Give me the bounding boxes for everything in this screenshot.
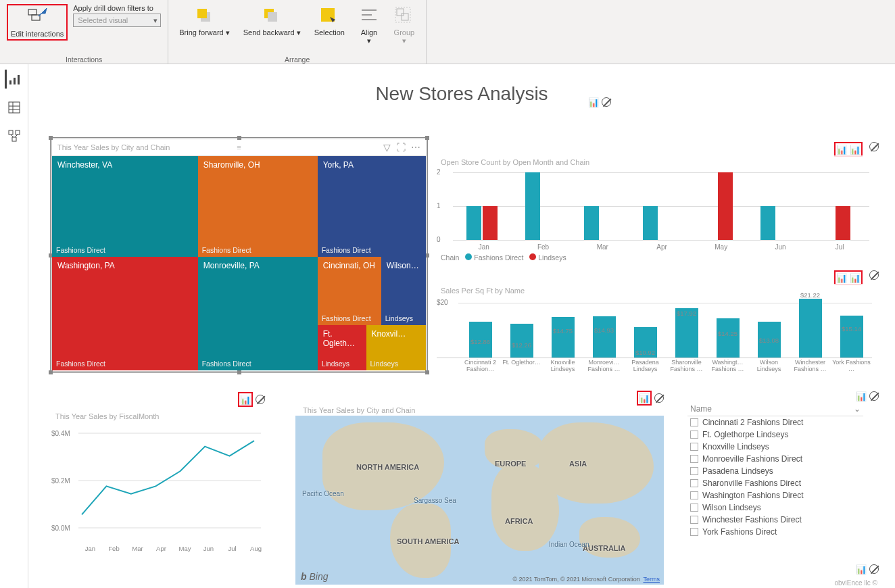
slicer-item[interactable]: Pasadena Lindseys <box>687 465 863 477</box>
terms-link[interactable]: Terms <box>644 576 660 583</box>
checkbox[interactable] <box>690 431 698 439</box>
filter-interaction-icon[interactable]: 📊 <box>588 97 599 107</box>
x-tick: Mar <box>126 545 149 552</box>
filter-interaction-icon[interactable]: 📊 <box>639 393 650 403</box>
slicer-item-label: York Fashions Direct <box>702 527 777 537</box>
no-interaction-icon[interactable] <box>869 142 879 151</box>
checkbox[interactable] <box>690 443 698 451</box>
report-view-button[interactable] <box>5 70 24 89</box>
align-button[interactable]: Align▾ <box>354 4 384 46</box>
arrange-group-label: Arrange <box>168 55 426 64</box>
y-tick: $20 <box>437 299 448 306</box>
bar[interactable] <box>593 316 616 358</box>
report-canvas: New Stores Analysis 📊 This Year Sales by… <box>28 64 895 588</box>
bar[interactable] <box>718 172 733 240</box>
checkbox[interactable] <box>690 504 698 512</box>
edit-interactions-button[interactable]: Edit interactions <box>7 4 68 41</box>
slicer-item[interactable]: Monroeville Fashions Direct <box>687 453 863 465</box>
group-button[interactable]: Group▾ <box>389 4 419 46</box>
bar[interactable] <box>717 318 740 358</box>
slicer-item[interactable]: Ft. Oglethorpe Lindseys <box>687 428 863 441</box>
treemap-cell[interactable]: York, PAFashions Direct <box>318 156 426 257</box>
send-backward-button[interactable]: Send backward ▾ <box>239 4 305 38</box>
model-view-button[interactable] <box>5 126 24 145</box>
drill-filter-dropdown[interactable]: Selected visual <box>73 14 161 27</box>
data-view-button[interactable] <box>5 98 24 117</box>
more-options-icon[interactable]: ⋯ <box>411 142 420 153</box>
slicer-item[interactable]: York Fashions Direct <box>687 526 863 538</box>
edit-interactions-icon <box>26 7 48 28</box>
treemap-cell[interactable]: Winchester, VAFashions Direct <box>52 156 198 257</box>
highlight-interaction-icon[interactable]: 📊 <box>850 272 861 283</box>
slicer-item[interactable]: Wilson Lindseys <box>687 501 863 514</box>
slicer-item[interactable]: Sharonville Fashions Direct <box>687 477 863 489</box>
slicer-visual[interactable]: Name ⌄ Cincinnati 2 Fashions DirectFt. O… <box>687 402 863 538</box>
chevron-down-icon: ▾ <box>226 28 230 36</box>
bar[interactable] <box>799 299 822 358</box>
bring-forward-button[interactable]: Bring forward ▾ <box>175 4 233 38</box>
drag-handle-icon[interactable]: ≡ <box>237 143 241 151</box>
checkbox[interactable] <box>690 418 698 426</box>
bar[interactable] <box>525 172 540 240</box>
line-interaction-bar: 📊 <box>238 392 265 407</box>
checkbox[interactable] <box>690 516 698 524</box>
filter-interaction-icon[interactable]: 📊 <box>836 272 847 283</box>
map-label: SOUTH AMERICA <box>397 537 459 545</box>
slicer-item[interactable]: Knoxville Lindseys <box>687 441 863 453</box>
slicer-item-label: Knoxville Lindseys <box>702 442 769 451</box>
treemap-cell[interactable]: Wilson…Lindseys <box>381 257 426 325</box>
selection-button[interactable]: Selection <box>310 4 349 38</box>
checkbox[interactable] <box>690 467 698 475</box>
no-interaction-icon[interactable] <box>256 395 265 404</box>
bar[interactable] <box>760 206 775 240</box>
checkbox[interactable] <box>690 455 698 463</box>
treemap-cell[interactable]: Monroeville, PAFashions Direct <box>198 257 318 370</box>
slicer-item[interactable]: Cincinnati 2 Fashions Direct <box>687 416 863 428</box>
bing-logo: b Bing <box>301 571 328 582</box>
treemap-cell[interactable]: Cincinnati, OHFashions Direct <box>318 257 381 325</box>
chevron-down-icon[interactable]: ⌄ <box>854 404 861 414</box>
checkbox[interactable] <box>690 479 698 487</box>
bar[interactable] <box>584 206 599 240</box>
legend-item: Lindseys <box>538 253 566 262</box>
filter-interaction-icon[interactable]: 📊 <box>856 391 867 401</box>
filter-interaction-icon[interactable]: 📊 <box>240 394 251 405</box>
no-interaction-icon[interactable] <box>869 564 879 574</box>
treemap-visual[interactable]: This Year Sales by City and Chain ≡ ▽ ⛶ … <box>51 139 427 372</box>
slicer-item[interactable]: Washington Fashions Direct <box>687 489 863 501</box>
bar[interactable] <box>836 206 850 240</box>
ribbon: Edit interactions Apply drill down filte… <box>0 0 895 64</box>
map-interaction-bar: 📊 <box>637 391 664 406</box>
bar[interactable] <box>466 206 481 240</box>
bar-chart-open-store[interactable]: Open Store Count by Open Month and Chain… <box>437 155 869 270</box>
data-label: $13.08 <box>759 337 779 344</box>
filter-icon[interactable]: ▽ <box>383 142 391 153</box>
bar[interactable] <box>840 316 863 358</box>
svg-rect-15 <box>14 78 16 84</box>
no-interaction-icon[interactable] <box>869 391 879 401</box>
x-tick: Pasadena Lindseys <box>625 358 666 374</box>
filter-interaction-icon[interactable]: 📊 <box>856 564 867 574</box>
treemap-cell[interactable]: Knoxvil…Lindseys <box>366 325 426 370</box>
treemap-cell[interactable]: Ft. Ogleth…Lindseys <box>318 325 366 370</box>
checkbox[interactable] <box>690 528 698 536</box>
filter-interaction-icon[interactable]: 📊 <box>836 144 847 155</box>
no-interaction-icon[interactable] <box>869 270 879 280</box>
treemap-cell[interactable]: Washington, PAFashions Direct <box>52 257 198 370</box>
checkbox[interactable] <box>690 491 698 499</box>
no-interaction-icon[interactable] <box>602 97 611 107</box>
bar[interactable] <box>643 206 658 240</box>
x-tick: Jul <box>220 545 244 552</box>
no-interaction-icon[interactable] <box>654 393 664 403</box>
map-visual[interactable]: NORTH AMERICA SOUTH AMERICA EUROPE AFRIC… <box>295 416 664 585</box>
bar[interactable] <box>552 317 575 358</box>
bar-chart-sales-sqft[interactable]: Sales Per Sq Ft by Name $20$12.86$12.26$… <box>437 284 872 392</box>
x-tick: Jan <box>78 545 102 552</box>
slicer-item[interactable]: Winchester Fashions Direct <box>687 514 863 526</box>
focus-mode-icon[interactable]: ⛶ <box>396 142 406 153</box>
bar[interactable] <box>483 206 498 240</box>
highlight-interaction-icon[interactable]: 📊 <box>850 144 861 155</box>
line-chart-sales[interactable]: This Year Sales by FiscalMonth $0.4M $0.… <box>51 410 268 565</box>
treemap-cell[interactable]: Sharonville, OHFashions Direct <box>198 156 318 257</box>
data-label: $15.14 <box>842 325 861 333</box>
